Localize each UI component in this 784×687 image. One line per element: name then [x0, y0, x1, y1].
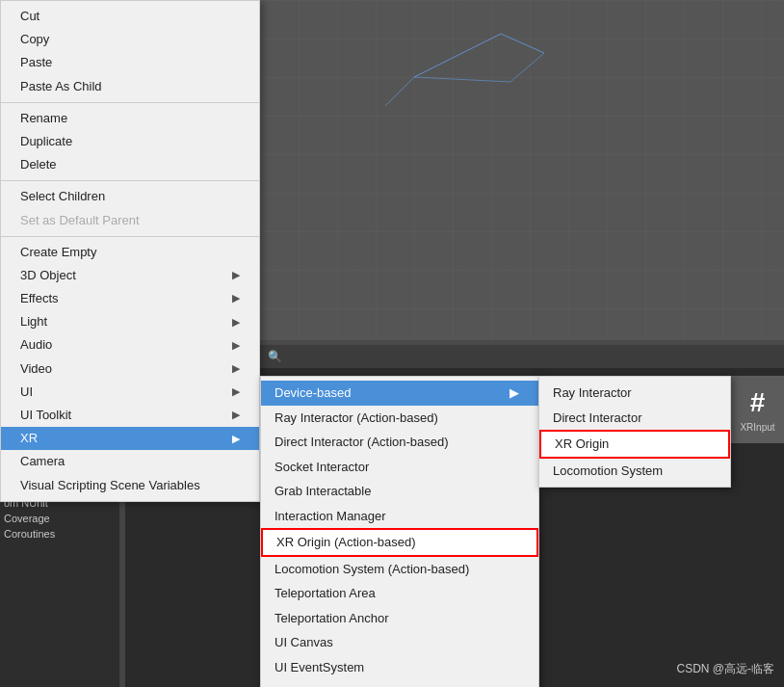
xr-input-label: XRInput	[740, 422, 774, 433]
menu-separator-2	[1, 180, 259, 181]
menu-item-duplicate[interactable]: Duplicate	[1, 130, 259, 153]
menu-item-cut[interactable]: Cut	[1, 5, 259, 28]
menu-item-set-default-parent[interactable]: Set as Default Parent	[1, 209, 259, 232]
submenu-item-teleportation-area[interactable]: Teleportation Area	[261, 581, 538, 606]
submenu-item-xr-origin-ab[interactable]: XR Origin (Action-based)	[261, 528, 538, 557]
arrow-icon: ▶	[232, 291, 240, 305]
svg-line-4	[414, 77, 510, 82]
xr-input-button[interactable]: # XRInput	[731, 376, 784, 443]
arrow-icon: ▶	[510, 383, 519, 403]
submenu-item-direct-interactor-ab[interactable]: Direct Interactor (Action-based)	[261, 430, 538, 455]
menu-item-select-children[interactable]: Select Children	[1, 185, 259, 208]
menu-item-xr[interactable]: XR ▶	[1, 427, 259, 450]
submenu3-item-ray-interactor[interactable]: Ray Interactor	[539, 381, 730, 406]
submenu-item-ui-canvas[interactable]: UI Canvas	[261, 630, 538, 655]
submenu3-item-xr-origin[interactable]: XR Origin	[539, 430, 730, 459]
menu-item-rename[interactable]: Rename	[1, 107, 259, 130]
svg-line-0	[501, 34, 544, 53]
submenu-item-ray-interactor-ab[interactable]: Ray Interactor (Action-based)	[261, 406, 538, 431]
svg-line-2	[385, 77, 414, 106]
search-icon: 🔍	[268, 350, 282, 363]
svg-line-1	[414, 34, 501, 77]
watermark-text: CSDN @高远-临客	[676, 661, 774, 677]
arrow-icon: ▶	[232, 338, 240, 353]
menu-item-audio[interactable]: Audio ▶	[1, 333, 259, 357]
context-menu-level3[interactable]: Ray Interactor Direct Interactor XR Orig…	[538, 376, 731, 488]
menu-item-light[interactable]: Light ▶	[1, 310, 259, 333]
menu-item-paste-as-child[interactable]: Paste As Child	[1, 75, 259, 98]
hierarchy-item[interactable]: Coverage	[0, 511, 125, 526]
submenu-item-ui-eventsystem[interactable]: UI EventSystem	[261, 655, 538, 680]
submenu-item-device-based[interactable]: Device-based ▶	[261, 381, 538, 406]
menu-item-visual-scripting[interactable]: Visual Scripting Scene Variables	[1, 474, 259, 497]
menu-item-camera[interactable]: Camera	[1, 450, 259, 473]
submenu-item-interaction-manager[interactable]: Interaction Manager	[261, 504, 538, 529]
menu-item-paste[interactable]: Paste	[1, 51, 259, 74]
menu-item-create-empty[interactable]: Create Empty	[1, 241, 259, 264]
search-bar: 🔍	[260, 345, 784, 368]
arrow-icon: ▶	[232, 408, 240, 422]
menu-item-ui[interactable]: UI ▶	[1, 381, 259, 404]
menu-separator-3	[1, 236, 259, 237]
scene-grid-lines	[356, 29, 549, 145]
menu-item-effects[interactable]: Effects ▶	[1, 287, 259, 310]
submenu3-item-direct-interactor[interactable]: Direct Interactor	[539, 406, 730, 431]
submenu-item-socket-interactor[interactable]: Socket Interactor	[261, 455, 538, 480]
submenu-item-xr-origin[interactable]: XR Origin	[261, 679, 538, 687]
context-menu-level1[interactable]: Cut Copy Paste Paste As Child Rename Dup…	[0, 0, 260, 502]
arrow-icon: ▶	[232, 315, 240, 330]
menu-item-delete[interactable]: Delete	[1, 153, 259, 176]
menu-item-3d-object[interactable]: 3D Object ▶	[1, 264, 259, 287]
arrow-icon: ▶	[232, 384, 240, 399]
submenu3-item-locomotion-system[interactable]: Locomotion System	[539, 459, 730, 484]
arrow-icon: ▶	[232, 432, 240, 446]
context-menu-level2[interactable]: Device-based ▶ Ray Interactor (Action-ba…	[260, 376, 539, 687]
menu-item-ui-toolkit[interactable]: UI Toolkit ▶	[1, 404, 259, 427]
submenu-item-grab-interactable[interactable]: Grab Interactable	[261, 479, 538, 504]
arrow-icon: ▶	[232, 361, 240, 376]
submenu-item-teleportation-anchor[interactable]: Teleportation Anchor	[261, 606, 538, 631]
submenu-item-locomotion-system-ab[interactable]: Locomotion System (Action-based)	[261, 557, 538, 582]
hierarchy-item[interactable]: Coroutines	[0, 526, 125, 542]
menu-item-copy[interactable]: Copy	[1, 28, 259, 51]
arrow-icon: ▶	[232, 268, 240, 282]
hash-icon: #	[750, 387, 766, 418]
menu-separator-1	[1, 102, 259, 103]
menu-item-video[interactable]: Video ▶	[1, 357, 259, 381]
svg-line-3	[510, 53, 544, 82]
